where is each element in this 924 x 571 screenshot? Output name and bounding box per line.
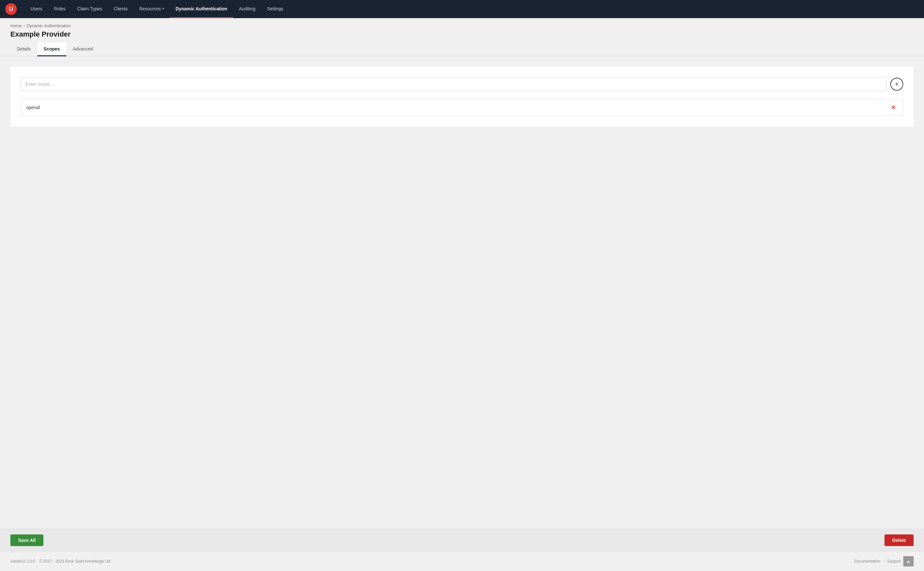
breadcrumb-home[interactable]: Home [10,23,22,28]
nav-item-resources[interactable]: Resources ▾ [133,0,170,18]
nav-item-resources-dropdown-icon: ▾ [163,7,164,10]
scope-input[interactable] [21,77,887,91]
main-content: + openid✕ [0,56,924,529]
nav-item-users[interactable]: Users [25,0,48,18]
footer-bar: Save All Delete [0,529,924,551]
nav-item-auditing[interactable]: Auditing [233,0,262,18]
breadcrumb-current: Dynamic Authentication [26,23,71,28]
scope-remove-button[interactable]: ✕ [889,104,898,111]
nav-items: UsersRolesClaim TypesClientsResources ▾D… [25,0,919,18]
scroll-top-button[interactable]: ▲ [903,556,914,566]
breadcrumb: Home / Dynamic Authentication [10,23,914,28]
footer-documentation-link[interactable]: Documentation [854,559,881,563]
footer-version: AdminUI 2.0.0 [10,559,35,563]
scope-item-name: openid [26,105,40,110]
nav-item-claim-types[interactable]: Claim Types [71,0,108,18]
content-card: + openid✕ [10,67,914,126]
footer-support-link[interactable]: Support [887,559,901,563]
nav-item-clients[interactable]: Clients [108,0,133,18]
tab-scopes[interactable]: Scopes [37,42,67,56]
scope-list: openid✕ [21,99,903,116]
breadcrumb-section: Home / Dynamic Authentication Example Pr… [0,18,924,39]
tab-advanced[interactable]: Advanced [67,42,99,56]
footer-dot: • [883,559,884,563]
footer-left: AdminUI 2.0.0 © 2017 - 2023 Rock Solid K… [10,559,110,563]
nav-item-dynamic-authentication[interactable]: Dynamic Authentication [170,0,233,18]
delete-button[interactable]: Delete [884,534,914,546]
add-scope-button[interactable]: + [890,78,903,91]
footer-copyright: © 2017 - 2023 Rock Solid Knowledge Ltd [39,559,110,563]
scope-item: openid✕ [21,99,903,116]
app-logo[interactable]: U [5,3,17,15]
tabs-section: DetailsScopesAdvanced [0,42,924,56]
save-all-button[interactable]: Save All [10,534,43,546]
breadcrumb-separator: / [24,23,25,28]
nav-item-settings[interactable]: Settings [261,0,289,18]
page-footer: AdminUI 2.0.0 © 2017 - 2023 Rock Solid K… [0,551,924,571]
tab-details[interactable]: Details [10,42,37,56]
page-title: Example Provider [10,30,914,39]
footer-right: Documentation • Support ▲ [854,556,914,566]
nav-item-roles[interactable]: Roles [48,0,71,18]
main-nav: U UsersRolesClaim TypesClientsResources … [0,0,924,18]
logo-letter: U [9,6,13,12]
scope-input-row: + [21,77,903,91]
